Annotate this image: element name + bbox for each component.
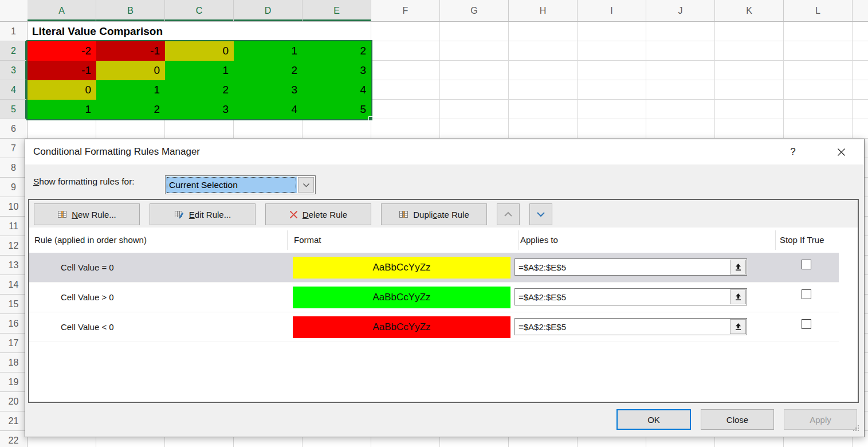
rule-description: Cell Value > 0 <box>61 283 114 312</box>
column-header-H[interactable]: H <box>509 0 578 21</box>
column-header-J[interactable]: J <box>646 0 715 21</box>
table-grid-icon <box>399 210 409 219</box>
excel-window: ABCDEFGHIJKL 123456789101112131415161718… <box>0 0 868 447</box>
row-header-10[interactable]: 10 <box>0 197 27 217</box>
column-header-K[interactable]: K <box>715 0 784 21</box>
rule-row-cell-value-lt-0[interactable]: Cell Value < 0 AaBbCcYyZz <box>29 312 839 342</box>
collapse-arrow-icon <box>735 323 742 331</box>
row-header-8[interactable]: 8 <box>0 158 27 178</box>
column-header-F[interactable]: F <box>371 0 440 21</box>
applies-to-input[interactable] <box>515 259 729 275</box>
applies-to-field <box>514 288 747 305</box>
dialog-titlebar[interactable]: Conditional Formatting Rules Manager ? <box>25 139 864 164</box>
column-header-E[interactable]: E <box>303 0 371 21</box>
column-header-D[interactable]: D <box>234 0 303 21</box>
applies-to-field <box>514 258 747 276</box>
row-header-5[interactable]: 5 <box>0 100 27 119</box>
new-rule-label: New Rule... <box>72 210 116 219</box>
header-format: Format <box>294 228 321 253</box>
dropdown-arrow-button[interactable] <box>298 177 314 193</box>
row-header-12[interactable]: 12 <box>0 236 27 256</box>
row-header-16[interactable]: 16 <box>0 314 27 334</box>
row-header-4[interactable]: 4 <box>0 80 27 100</box>
rule-row-cell-value-gt-0[interactable]: Cell Value > 0 AaBbCcYyZz <box>29 283 839 312</box>
ok-button[interactable]: OK <box>616 409 691 430</box>
stop-if-true-checkbox[interactable] <box>802 289 811 299</box>
column-header-G[interactable]: G <box>440 0 509 21</box>
format-preview: AaBbCcYyZz <box>293 316 510 338</box>
table-grid-icon <box>57 210 67 219</box>
header-stop-if-true: Stop If True <box>780 228 824 253</box>
delete-rule-label: Delete Rule <box>303 210 347 219</box>
edit-rule-label: Edit Rule... <box>189 210 231 219</box>
collapse-arrow-icon <box>735 263 742 271</box>
help-button[interactable]: ? <box>781 139 804 164</box>
dialog-title: Conditional Formatting Rules Manager <box>33 139 200 164</box>
stop-if-true-checkbox[interactable] <box>802 319 811 329</box>
row-header-20[interactable]: 20 <box>0 392 27 411</box>
duplicate-rule-button[interactable]: Duplicate Rule <box>381 203 487 225</box>
collapse-dialog-button[interactable] <box>730 319 746 334</box>
row-header-7[interactable]: 7 <box>0 139 27 158</box>
column-header-C[interactable]: C <box>165 0 234 21</box>
fill-handle[interactable] <box>368 116 373 121</box>
row-headers: 12345678910111213141516171819202122 <box>0 22 28 447</box>
header-separator <box>775 230 776 250</box>
row-header-9[interactable]: 9 <box>0 178 27 197</box>
dropdown-selected-value: Current Selection <box>166 177 297 193</box>
format-preview: AaBbCcYyZz <box>293 287 510 308</box>
apply-button[interactable]: Apply <box>784 409 857 430</box>
new-rule-button[interactable]: New Rule... <box>34 203 140 225</box>
collapse-dialog-button[interactable] <box>730 260 746 275</box>
row-header-3[interactable]: 3 <box>0 61 27 80</box>
row-header-6[interactable]: 6 <box>0 119 27 139</box>
row-header-15[interactable]: 15 <box>0 295 27 314</box>
applies-to-input[interactable] <box>515 319 729 335</box>
row-header-13[interactable]: 13 <box>0 256 27 275</box>
applies-to-field <box>514 318 747 335</box>
column-header-I[interactable]: I <box>578 0 646 21</box>
cell-A1[interactable]: Literal Value Comparison <box>32 22 163 41</box>
resize-grip[interactable] <box>853 424 859 434</box>
column-headers: ABCDEFGHIJKL <box>0 0 868 22</box>
collapse-dialog-button[interactable] <box>730 289 746 304</box>
header-applies-to: Applies to <box>520 228 558 253</box>
format-preview: AaBbCcYyZz <box>293 257 510 279</box>
collapse-arrow-icon <box>735 293 742 301</box>
row-header-11[interactable]: 11 <box>0 217 27 236</box>
row-header-21[interactable]: 21 <box>0 411 27 431</box>
row-header-22[interactable]: 22 <box>0 431 27 447</box>
close-icon[interactable] <box>830 139 853 164</box>
row-header-1[interactable]: 1 <box>0 22 27 41</box>
row-header-18[interactable]: 18 <box>0 353 27 372</box>
stop-if-true-checkbox[interactable] <box>802 260 811 269</box>
move-rule-up-button[interactable] <box>497 203 520 225</box>
chevron-down-icon <box>536 211 545 217</box>
chevron-down-icon <box>303 183 310 187</box>
rule-description: Cell Value < 0 <box>61 312 114 342</box>
column-header-A[interactable]: A <box>28 0 96 21</box>
edit-rule-button[interactable]: Edit Rule... <box>150 203 256 225</box>
row-header-14[interactable]: 14 <box>0 275 27 295</box>
delete-rule-button[interactable]: Delete Rule <box>265 203 371 225</box>
applies-to-input[interactable] <box>515 289 729 305</box>
close-button[interactable]: Close <box>701 409 774 430</box>
header-rule: Rule (applied in order shown) <box>34 228 147 253</box>
selection-border <box>26 40 372 120</box>
move-rule-down-button[interactable] <box>529 203 552 225</box>
rules-container: New Rule... Edit Rule... Delete Rule <box>28 199 859 403</box>
rule-description: Cell Value = 0 <box>61 253 114 283</box>
edit-pencil-icon <box>174 210 184 219</box>
row-header-17[interactable]: 17 <box>0 334 27 353</box>
row-header-19[interactable]: 19 <box>0 372 27 392</box>
show-rules-dropdown[interactable]: Current Selection <box>165 175 316 194</box>
row-header-2[interactable]: 2 <box>0 41 27 61</box>
cf-rules-manager-dialog: Conditional Formatting Rules Manager ? S… <box>25 139 865 437</box>
column-header-L[interactable]: L <box>784 0 853 21</box>
column-header-B[interactable]: B <box>96 0 165 21</box>
rules-list-header: Rule (applied in order shown) Format App… <box>29 228 858 253</box>
rules-toolbar: New Rule... Edit Rule... Delete Rule <box>29 200 858 228</box>
chevron-up-icon <box>504 211 513 217</box>
rule-row-cell-value-eq-0[interactable]: Cell Value = 0 AaBbCcYyZz <box>29 253 839 283</box>
duplicate-rule-label: Duplicate Rule <box>413 210 469 219</box>
